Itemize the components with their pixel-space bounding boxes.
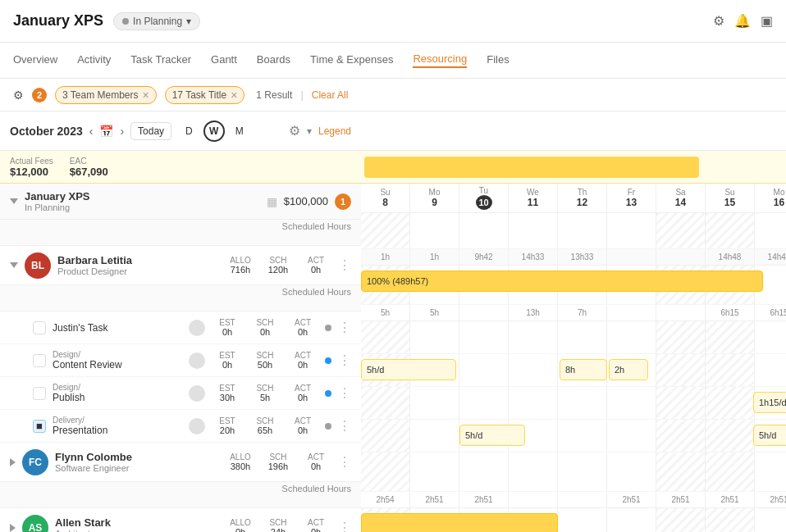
task-dot-cr <box>325 357 331 364</box>
barbara-act: ACT 0h <box>300 256 331 275</box>
gantt-bar-8h: 8h <box>560 359 607 380</box>
clear-all-button[interactable]: Clear All <box>312 89 349 101</box>
actual-fees: Actual Fees $12,000 <box>10 157 53 178</box>
allen-avatar: AS <box>22 515 48 533</box>
barbara-allo: ALLO 716h <box>225 256 256 275</box>
tab-gantt[interactable]: Gantt <box>211 53 237 67</box>
task-info-pres: Delivery/ Presentation <box>53 416 182 436</box>
barbara-info: Barbara Letitia Product Designer <box>57 254 218 276</box>
proj-budget: $100,000 <box>284 195 328 207</box>
task-more-cr[interactable]: ⋮ <box>338 352 351 368</box>
task-stats-justins: EST 0h SCH 0h ACT 0h <box>212 318 318 337</box>
legend-button[interactable]: Legend <box>318 125 351 137</box>
calendar-header: October 2023 ‹ 📅 › Today D W M ⚙ ▾ Legen… <box>0 111 361 151</box>
member-row-flynn[interactable]: FC Flynn Colombe Software Engineer ALLO … <box>0 443 361 482</box>
layout-icon[interactable]: ▣ <box>761 13 773 29</box>
date-cell-14: Sa14 <box>656 184 706 212</box>
task-assignee-pres <box>189 418 205 434</box>
date-cell-15: Su15 <box>706 184 755 212</box>
actual-fees-label: Actual Fees <box>10 157 53 166</box>
task-dot-pres <box>325 423 331 430</box>
cal-icon-btn[interactable]: 📅 <box>99 125 113 138</box>
chevron-down-icon: ▾ <box>186 16 191 27</box>
flynn-more-btn[interactable]: ⋮ <box>338 454 351 470</box>
tab-boards[interactable]: Boards <box>257 53 290 67</box>
gantt-bar- <box>361 513 558 532</box>
project-collapse-icon[interactable] <box>10 198 18 204</box>
cal-settings-icon[interactable]: ⚙ <box>289 123 300 139</box>
allen-info: Allen Stark Architect <box>55 516 218 532</box>
barbara-stats: ALLO 716h SCH 120h ACT 0h <box>225 256 331 275</box>
bell-icon[interactable]: 🔔 <box>734 13 751 29</box>
right-panel: Su8Mo9Tu10We11Th12Fr13Sa14Su15Mo16Tu17We… <box>361 111 786 532</box>
member-row-allen[interactable]: AS Allen Stark Architect ALLO 0h SCH 24h <box>0 508 361 532</box>
left-panel: October 2023 ‹ 📅 › Today D W M ⚙ ▾ Legen… <box>0 111 361 532</box>
tab-resourcing[interactable]: Resourcing <box>413 52 467 68</box>
cal-chevron-icon[interactable]: ▾ <box>307 125 312 137</box>
flynn-info: Flynn Colombe Software Engineer <box>55 451 218 473</box>
tab-time-expenses[interactable]: Time & Expenses <box>310 53 393 67</box>
gantt-bar-row: 5h/d5h/d <box>361 420 786 452</box>
task-assignee-justins <box>189 320 205 336</box>
nav-tabs: Overview Activity Task Tracker Gantt Boa… <box>0 43 786 79</box>
date-cell-9: Mo9 <box>410 184 459 212</box>
barbara-sch: SCH 120h <box>263 256 294 275</box>
gantt-bar-row <box>361 321 786 354</box>
filter-chip-task-label: 17 Task Title <box>172 89 226 101</box>
gantt-bar-row: 100% (489h57) <box>361 266 786 305</box>
cal-prev-btn[interactable]: ‹ <box>89 125 94 138</box>
task-info-publish: Design/ Publish <box>53 383 182 403</box>
cal-next-btn[interactable]: › <box>120 125 124 138</box>
fees-bar <box>364 157 699 178</box>
view-month-btn[interactable]: M <box>228 122 251 140</box>
tab-task-tracker[interactable]: Task Tracker <box>130 53 191 67</box>
filter-sep: | <box>300 89 303 101</box>
grid-icon: ▦ <box>267 195 277 208</box>
member-row-barbara[interactable]: BL Barbara Letitia Product Designer ALLO… <box>0 246 361 285</box>
barbara-name: Barbara Letitia <box>57 254 218 266</box>
task-info-content-review: Design/ Content Review <box>53 350 182 371</box>
allen-stats: ALLO 0h SCH 24h ACT 0h <box>225 518 331 532</box>
date-cell-13: Fr13 <box>607 184 656 212</box>
tab-files[interactable]: Files <box>487 53 509 67</box>
allen-expand-icon[interactable] <box>10 524 16 532</box>
barbara-collapse-icon[interactable] <box>10 262 18 268</box>
task-row-presentation: ■ Delivery/ Presentation EST 20h SCH 65h <box>0 410 361 443</box>
view-week-btn[interactable]: W <box>203 120 225 142</box>
allen-role: Architect <box>55 529 218 532</box>
filter-chip-team-remove[interactable]: × <box>142 89 149 102</box>
flynn-stats: ALLO 380h SCH 196h ACT 0h <box>225 452 331 471</box>
tab-activity[interactable]: Activity <box>77 53 111 67</box>
tab-overview[interactable]: Overview <box>13 53 57 67</box>
project-title: January XPS <box>13 12 103 30</box>
task-check-content-review[interactable] <box>33 354 46 367</box>
gantt-bar-row: 5h/d8h2h <box>361 354 786 387</box>
status-badge[interactable]: In Planning ▾ <box>113 12 200 30</box>
cal-right-actions: ⚙ ▾ Legend <box>289 123 351 139</box>
gantt-bar-2h: 2h <box>609 359 648 380</box>
today-button[interactable]: Today <box>130 122 171 140</box>
view-day-btn[interactable]: D <box>178 122 200 140</box>
gantt-rows: 1h1h9h4214h3313h3314h4814h4814h4814h4814… <box>361 213 786 532</box>
task-more-justins[interactable]: ⋮ <box>338 320 351 335</box>
gantt-bar-row <box>361 213 786 249</box>
task-check-justins[interactable] <box>33 321 46 334</box>
gantt-bar-5h/d: 5h/d <box>753 425 786 446</box>
task-more-pub[interactable]: ⋮ <box>338 385 351 401</box>
filter-icon[interactable]: ⚙ <box>13 89 24 102</box>
flynn-expand-icon[interactable] <box>10 458 16 466</box>
flynn-name: Flynn Colombe <box>55 451 218 463</box>
flynn-role: Software Engineer <box>55 463 218 473</box>
status-label: In Planning <box>133 16 182 27</box>
filter-result: 1 Result <box>256 89 292 101</box>
task-assignee-cr <box>189 352 205 369</box>
filter-chip-task-remove[interactable]: × <box>231 89 237 102</box>
task-more-pres[interactable]: ⋮ <box>338 418 351 434</box>
barbara-more-btn[interactable]: ⋮ <box>338 257 351 273</box>
allen-more-btn[interactable]: ⋮ <box>338 520 351 532</box>
settings-icon[interactable]: ⚙ <box>713 13 724 29</box>
task-check-pres[interactable]: ■ <box>33 420 46 433</box>
task-check-publish[interactable] <box>33 387 46 400</box>
project-row: January XPS In Planning ▦ $100,000 1 <box>0 184 361 220</box>
filter-chip-task: 17 Task Title × <box>165 86 245 104</box>
